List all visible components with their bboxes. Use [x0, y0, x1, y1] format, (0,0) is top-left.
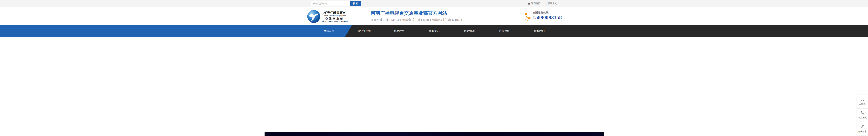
- nav-list: 网站首页 事业部介绍 精品栏目 新闻资讯 近期活动 合作伙伴 联系我们: [310, 25, 558, 37]
- side-item-contact[interactable]: 联系方式: [857, 108, 868, 122]
- nav-item-label: 联系我们: [534, 29, 545, 32]
- topbar-links: 返回首页 联系方式: [528, 0, 557, 7]
- nav-item-programs[interactable]: 精品栏目: [381, 25, 417, 37]
- nav-item-news[interactable]: 新闻资讯: [417, 25, 452, 37]
- logo-cn-text: 河南广播电视台: [322, 10, 347, 14]
- phone-icon: [544, 2, 547, 5]
- contact-link-label: 联系方式: [548, 2, 557, 5]
- side-panel: 二维码 联系方式 在线留言: [857, 95, 868, 135]
- site-title-block: 河南广播电视台交通事业部官方网站 河南交通广播 FM104.1 河南音乐广播 F…: [371, 10, 462, 22]
- topbar-inner: 搜索 返回首页 联系方式: [310, 0, 558, 7]
- hotline-number: 15890093358: [533, 14, 562, 20]
- search-group: 搜索: [311, 1, 361, 6]
- logo-en-text: Henan Broadcasting System: [322, 15, 347, 16]
- nav-item-home[interactable]: 网站首页: [311, 25, 346, 37]
- search-button[interactable]: 搜索: [350, 1, 361, 6]
- qr-code-icon: [860, 97, 864, 101]
- nav-item-partners[interactable]: 合作伙伴: [487, 25, 522, 37]
- logo[interactable]: 河南广播电视台 Henan Broadcasting System 交通事业部 …: [307, 9, 347, 23]
- hotline-label: 全国服务热线: [533, 11, 562, 14]
- header-inner: 河南广播电视台 Henan Broadcasting System 交通事业部 …: [310, 7, 558, 25]
- logo-text: 河南广播电视台 Henan Broadcasting System 交通事业部 …: [322, 10, 347, 23]
- nav-item-label: 事业部介绍: [358, 29, 371, 32]
- search-input[interactable]: [311, 1, 350, 6]
- home-link-label: 返回首页: [531, 2, 540, 5]
- logo-globe-icon: [307, 9, 321, 23]
- nav-item-label: 新闻资讯: [429, 29, 439, 32]
- logo-dept-text: 交通事业部: [322, 17, 347, 20]
- hero-banner-image: [265, 132, 603, 136]
- nav-item-label: 近期活动: [464, 29, 474, 32]
- navbar: 网站首页 事业部介绍 精品栏目 新闻资讯 近期活动 合作伙伴 联系我们: [0, 25, 868, 37]
- nav-item-label: 网站首页: [324, 29, 334, 32]
- home-icon: [528, 2, 530, 5]
- side-item-label: 二维码: [859, 103, 866, 106]
- hotline-phone-icon: [524, 12, 532, 21]
- header: 河南广播电视台 Henan Broadcasting System 交通事业部 …: [0, 7, 868, 25]
- nav-item-events[interactable]: 近期活动: [452, 25, 487, 37]
- home-link[interactable]: 返回首页: [528, 2, 540, 5]
- hotline: 全国服务热线 15890093358: [524, 11, 562, 21]
- nav-item-about[interactable]: 事业部介绍: [346, 25, 381, 37]
- side-item-label: 在线留言: [858, 130, 867, 133]
- nav-item-label: 精品栏目: [394, 29, 404, 32]
- nav-item-label: 合作伙伴: [499, 29, 509, 32]
- contact-link[interactable]: 联系方式: [544, 2, 557, 5]
- hotline-text: 全国服务热线 15890093358: [533, 11, 562, 20]
- topbar: 搜索 返回首页 联系方式: [0, 0, 868, 7]
- quill-icon: [860, 124, 865, 129]
- content: [0, 132, 868, 136]
- phone-outline-icon: [860, 111, 864, 115]
- nav-item-contact[interactable]: 联系我们: [522, 25, 557, 37]
- logo-freq-text: FM104.1 FM88.1 FM107.4 FM93.6: [322, 21, 347, 23]
- side-item-label: 联系方式: [858, 116, 867, 119]
- site-subtitle: 河南交通广播 FM104.1 河南音乐广播 FM88.1 河南农村广播FM107…: [371, 18, 462, 22]
- side-item-qrcode[interactable]: 二维码: [857, 95, 868, 108]
- site-title: 河南广播电视台交通事业部官方网站: [371, 10, 462, 16]
- page: 搜索 返回首页 联系方式: [0, 0, 868, 136]
- side-item-message[interactable]: 在线留言: [857, 122, 868, 135]
